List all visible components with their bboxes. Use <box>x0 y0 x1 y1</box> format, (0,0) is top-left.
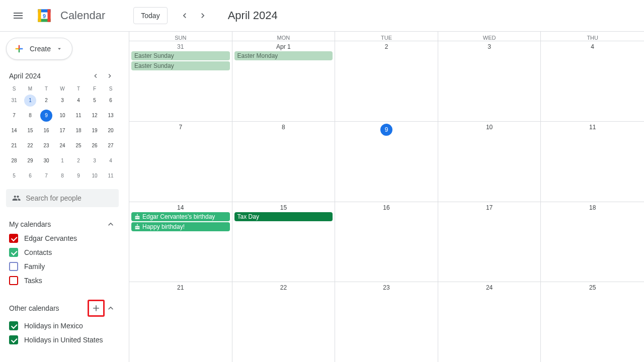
day-cell[interactable]: 23 <box>335 282 438 362</box>
day-cell[interactable]: 24 <box>438 282 541 362</box>
day-cell[interactable]: 3 <box>438 41 541 121</box>
mini-day-cell[interactable]: 19 <box>89 125 101 137</box>
mini-day-cell[interactable]: 16 <box>40 125 52 137</box>
mini-day-cell[interactable]: 6 <box>24 170 36 182</box>
search-people-input[interactable] <box>26 194 113 202</box>
mini-day-cell[interactable]: 18 <box>72 125 85 137</box>
calendar-event[interactable]: Edgar Cervantes's birthday <box>131 212 230 221</box>
day-cell[interactable]: 16 <box>335 202 438 282</box>
calendar-event[interactable]: Happy birthday! <box>131 222 230 231</box>
day-cell[interactable]: Apr 1Easter Monday <box>232 41 336 121</box>
mini-day-cell[interactable]: 15 <box>24 125 36 137</box>
mini-day-cell[interactable]: 31 <box>8 95 20 107</box>
date-number: 18 <box>543 204 642 211</box>
mini-day-cell[interactable]: 3 <box>89 155 101 167</box>
mini-day-cell[interactable]: 10 <box>89 170 101 182</box>
mini-day-cell[interactable]: 29 <box>24 155 36 167</box>
mini-prev-button[interactable] <box>89 69 103 83</box>
calendar-checkbox[interactable] <box>9 335 18 344</box>
calendar-list-item[interactable]: Edgar Cervantes <box>6 231 119 245</box>
mini-day-cell[interactable]: 23 <box>40 140 52 152</box>
my-calendars-header[interactable]: My calendars <box>6 217 119 231</box>
mini-day-cell[interactable]: 11 <box>105 170 117 182</box>
date-number: 15 <box>234 204 333 211</box>
calendar-event[interactable]: Easter Sunday <box>131 61 230 70</box>
calendar-list-item[interactable]: Tasks <box>6 274 119 288</box>
day-cell[interactable]: 21 <box>129 282 232 362</box>
day-cell[interactable]: 2 <box>335 41 438 121</box>
mini-day-cell[interactable]: 8 <box>56 170 68 182</box>
mini-day-cell[interactable]: 6 <box>105 95 117 107</box>
calendar-checkbox[interactable] <box>9 248 18 257</box>
mini-day-cell[interactable]: 4 <box>105 155 117 167</box>
mini-day-cell[interactable]: 27 <box>105 140 117 152</box>
period-title: April 2024 <box>228 9 278 22</box>
mini-day-cell[interactable]: 2 <box>40 95 52 107</box>
calendar-list-item[interactable]: Contacts <box>6 245 119 259</box>
day-cell[interactable]: 22 <box>232 282 336 362</box>
mini-day-cell[interactable]: 3 <box>56 95 68 107</box>
today-button[interactable]: Today <box>133 7 167 24</box>
day-cell[interactable]: 17 <box>438 202 541 282</box>
day-cell[interactable]: 11 <box>541 122 644 202</box>
mini-day-cell[interactable]: 13 <box>105 110 117 122</box>
mini-day-cell[interactable]: 26 <box>89 140 101 152</box>
date-number: 3 <box>440 43 539 50</box>
mini-day-cell[interactable]: 4 <box>72 95 85 107</box>
day-cell[interactable]: 15Tax Day <box>232 202 336 282</box>
mini-day-cell[interactable]: 25 <box>72 140 85 152</box>
calendar-event[interactable]: Tax Day <box>234 212 333 221</box>
calendar-list-item[interactable]: Family <box>6 259 119 274</box>
mini-day-cell[interactable]: 14 <box>8 125 20 137</box>
mini-next-button[interactable] <box>103 69 117 83</box>
day-cell[interactable]: 10 <box>438 122 541 202</box>
mini-day-cell[interactable]: 1 <box>56 155 68 167</box>
day-cell[interactable]: 9 <box>335 122 438 202</box>
calendar-list-item[interactable]: Holidays in United States <box>6 333 119 347</box>
mini-day-cell[interactable]: 9 <box>72 170 85 182</box>
main-menu-button[interactable] <box>6 4 30 28</box>
mini-day-cell[interactable]: 5 <box>89 95 101 107</box>
create-button[interactable]: Create <box>6 38 72 60</box>
add-other-calendar-button[interactable] <box>88 300 105 317</box>
mini-day-cell[interactable]: 22 <box>24 140 36 152</box>
calendar-event[interactable]: Easter Monday <box>234 51 333 60</box>
mini-day-cell[interactable]: 9 <box>40 110 52 122</box>
mini-day-cell[interactable]: 8 <box>24 110 36 122</box>
mini-day-cell[interactable]: 24 <box>56 140 68 152</box>
day-cell[interactable]: 25 <box>541 282 644 362</box>
next-period-button[interactable] <box>194 7 212 25</box>
day-cell[interactable]: 14Edgar Cervantes's birthdayHappy birthd… <box>129 202 232 282</box>
calendar-list-item[interactable]: Holidays in Mexico <box>6 319 119 333</box>
mini-day-cell[interactable]: 10 <box>56 110 68 122</box>
mini-day-cell[interactable]: 11 <box>72 110 85 122</box>
mini-day-cell[interactable]: 5 <box>8 170 20 182</box>
calendar-label: Tasks <box>24 277 42 285</box>
chevron-up-icon <box>106 219 116 229</box>
mini-day-cell[interactable]: 7 <box>8 110 20 122</box>
other-calendars-header[interactable]: Other calendars <box>6 298 119 319</box>
mini-day-cell[interactable]: 12 <box>89 110 101 122</box>
calendar-checkbox[interactable] <box>9 276 18 285</box>
calendar-checkbox[interactable] <box>9 262 18 271</box>
day-cell[interactable]: 18 <box>541 202 644 282</box>
day-cell[interactable]: 7 <box>129 122 232 202</box>
mini-day-cell[interactable]: 17 <box>56 125 68 137</box>
prev-period-button[interactable] <box>176 7 194 25</box>
day-cell[interactable]: 31Easter SundayEaster Sunday <box>129 41 232 121</box>
mini-day-cell[interactable]: 21 <box>8 140 20 152</box>
date-number: 22 <box>234 284 333 291</box>
calendar-checkbox[interactable] <box>9 234 18 243</box>
day-cell[interactable]: 4 <box>541 41 644 121</box>
mini-day-cell[interactable]: 30 <box>40 155 52 167</box>
mini-day-cell[interactable]: 2 <box>72 155 85 167</box>
calendar-checkbox[interactable] <box>9 321 18 330</box>
mini-day-cell[interactable]: 28 <box>8 155 20 167</box>
mini-dow-label: S <box>6 86 22 92</box>
day-cell[interactable]: 8 <box>232 122 336 202</box>
mini-day-cell[interactable]: 7 <box>40 170 52 182</box>
mini-day-cell[interactable]: 20 <box>105 125 117 137</box>
mini-day-cell[interactable]: 1 <box>24 95 36 107</box>
search-people-box[interactable] <box>6 189 119 207</box>
calendar-event[interactable]: Easter Sunday <box>131 51 230 60</box>
